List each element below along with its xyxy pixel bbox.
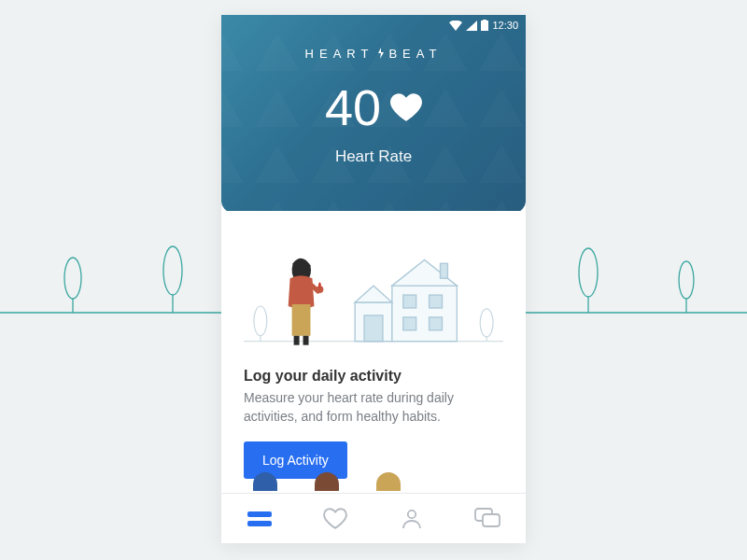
signal-icon xyxy=(466,21,477,31)
chat-icon xyxy=(474,508,500,530)
svg-rect-8 xyxy=(481,21,488,31)
nav-chat[interactable] xyxy=(450,494,527,543)
avatar-peek-row xyxy=(244,472,503,491)
svg-point-6 xyxy=(679,261,694,299)
svg-rect-20 xyxy=(403,295,416,308)
bottom-nav xyxy=(221,493,526,543)
heart-outline-icon xyxy=(323,508,347,529)
svg-rect-26 xyxy=(292,304,311,336)
svg-point-13 xyxy=(480,309,493,337)
card-title: Log your daily activity xyxy=(244,368,503,385)
brand-part1: HEART xyxy=(305,47,374,61)
header: HEARTBEAT 40 Heart Rate xyxy=(221,15,526,237)
svg-point-0 xyxy=(64,258,81,299)
svg-rect-28 xyxy=(303,336,309,345)
svg-rect-35 xyxy=(483,514,500,526)
svg-point-33 xyxy=(408,510,416,517)
metric-label: Heart Rate xyxy=(221,147,526,166)
svg-line-30 xyxy=(312,286,317,291)
status-bar: 12:30 xyxy=(221,15,526,35)
svg-point-2 xyxy=(163,246,182,295)
svg-rect-16 xyxy=(392,286,458,342)
svg-rect-27 xyxy=(294,336,300,345)
nav-favorites[interactable] xyxy=(298,494,374,543)
home-icon xyxy=(247,510,272,528)
svg-rect-9 xyxy=(483,20,486,21)
metric-block: 40 Heart Rate xyxy=(221,82,526,166)
heart-icon xyxy=(390,93,422,121)
metric-value: 40 xyxy=(325,82,381,133)
nav-home[interactable] xyxy=(221,494,298,543)
person-icon xyxy=(401,508,423,530)
nav-profile[interactable] xyxy=(374,494,450,543)
app-brand: HEARTBEAT xyxy=(221,47,526,61)
card-body: Measure your heart rate during daily act… xyxy=(244,388,503,427)
illustration xyxy=(244,248,503,360)
svg-rect-21 xyxy=(430,295,443,308)
svg-point-11 xyxy=(254,306,267,336)
phone-frame: 12:30 HEARTBEAT 40 Heart Rate xyxy=(221,15,526,543)
brand-part2: BEAT xyxy=(388,47,442,61)
svg-marker-18 xyxy=(355,286,392,302)
battery-icon xyxy=(481,20,488,31)
svg-rect-31 xyxy=(247,511,272,517)
content-area: Log your daily activity Measure your hea… xyxy=(221,211,526,493)
svg-rect-23 xyxy=(430,317,443,330)
status-time: 12:30 xyxy=(492,20,518,31)
svg-point-4 xyxy=(579,248,598,297)
svg-rect-24 xyxy=(440,263,447,278)
svg-rect-22 xyxy=(403,317,416,330)
svg-rect-19 xyxy=(364,315,383,342)
svg-rect-32 xyxy=(247,521,272,526)
wifi-icon xyxy=(449,21,462,31)
bolt-icon xyxy=(375,48,387,62)
